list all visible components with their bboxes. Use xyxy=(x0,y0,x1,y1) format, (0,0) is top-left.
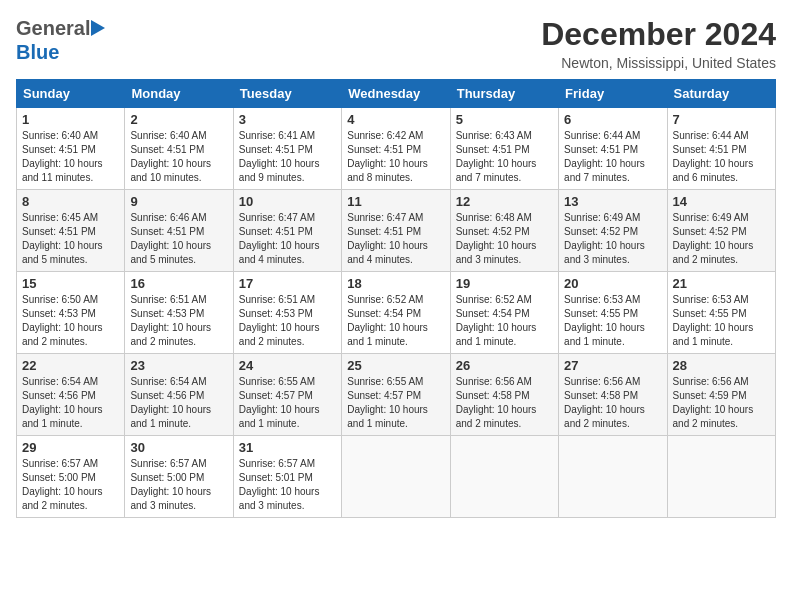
calendar-cell: 30Sunrise: 6:57 AM Sunset: 5:00 PM Dayli… xyxy=(125,436,233,518)
cell-info: Sunrise: 6:43 AM Sunset: 4:51 PM Dayligh… xyxy=(456,129,553,185)
cell-info: Sunrise: 6:57 AM Sunset: 5:01 PM Dayligh… xyxy=(239,457,336,513)
header-cell-sunday: Sunday xyxy=(17,80,125,108)
cell-info: Sunrise: 6:42 AM Sunset: 4:51 PM Dayligh… xyxy=(347,129,444,185)
calendar-cell xyxy=(450,436,558,518)
calendar-cell: 19Sunrise: 6:52 AM Sunset: 4:54 PM Dayli… xyxy=(450,272,558,354)
cell-info: Sunrise: 6:49 AM Sunset: 4:52 PM Dayligh… xyxy=(564,211,661,267)
cell-info: Sunrise: 6:53 AM Sunset: 4:55 PM Dayligh… xyxy=(673,293,770,349)
calendar-cell xyxy=(342,436,450,518)
cell-info: Sunrise: 6:56 AM Sunset: 4:58 PM Dayligh… xyxy=(564,375,661,431)
day-number: 26 xyxy=(456,358,553,373)
svg-marker-0 xyxy=(91,20,105,36)
cell-info: Sunrise: 6:52 AM Sunset: 4:54 PM Dayligh… xyxy=(456,293,553,349)
day-number: 18 xyxy=(347,276,444,291)
calendar-cell: 16Sunrise: 6:51 AM Sunset: 4:53 PM Dayli… xyxy=(125,272,233,354)
calendar-cell: 31Sunrise: 6:57 AM Sunset: 5:01 PM Dayli… xyxy=(233,436,341,518)
day-number: 17 xyxy=(239,276,336,291)
calendar-cell: 3Sunrise: 6:41 AM Sunset: 4:51 PM Daylig… xyxy=(233,108,341,190)
day-number: 2 xyxy=(130,112,227,127)
calendar-body: 1Sunrise: 6:40 AM Sunset: 4:51 PM Daylig… xyxy=(17,108,776,518)
cell-info: Sunrise: 6:56 AM Sunset: 4:58 PM Dayligh… xyxy=(456,375,553,431)
calendar-cell xyxy=(667,436,775,518)
cell-info: Sunrise: 6:48 AM Sunset: 4:52 PM Dayligh… xyxy=(456,211,553,267)
calendar-cell: 14Sunrise: 6:49 AM Sunset: 4:52 PM Dayli… xyxy=(667,190,775,272)
calendar-cell: 4Sunrise: 6:42 AM Sunset: 4:51 PM Daylig… xyxy=(342,108,450,190)
calendar-cell: 2Sunrise: 6:40 AM Sunset: 4:51 PM Daylig… xyxy=(125,108,233,190)
subtitle: Newton, Mississippi, United States xyxy=(541,55,776,71)
day-number: 27 xyxy=(564,358,661,373)
calendar-cell: 5Sunrise: 6:43 AM Sunset: 4:51 PM Daylig… xyxy=(450,108,558,190)
calendar-week-1: 1Sunrise: 6:40 AM Sunset: 4:51 PM Daylig… xyxy=(17,108,776,190)
cell-info: Sunrise: 6:51 AM Sunset: 4:53 PM Dayligh… xyxy=(239,293,336,349)
day-number: 7 xyxy=(673,112,770,127)
cell-info: Sunrise: 6:41 AM Sunset: 4:51 PM Dayligh… xyxy=(239,129,336,185)
day-number: 15 xyxy=(22,276,119,291)
day-number: 19 xyxy=(456,276,553,291)
header-cell-tuesday: Tuesday xyxy=(233,80,341,108)
calendar-cell: 26Sunrise: 6:56 AM Sunset: 4:58 PM Dayli… xyxy=(450,354,558,436)
day-number: 11 xyxy=(347,194,444,209)
calendar-table: SundayMondayTuesdayWednesdayThursdayFrid… xyxy=(16,79,776,518)
calendar-cell: 21Sunrise: 6:53 AM Sunset: 4:55 PM Dayli… xyxy=(667,272,775,354)
calendar-cell: 12Sunrise: 6:48 AM Sunset: 4:52 PM Dayli… xyxy=(450,190,558,272)
calendar-week-2: 8Sunrise: 6:45 AM Sunset: 4:51 PM Daylig… xyxy=(17,190,776,272)
cell-info: Sunrise: 6:56 AM Sunset: 4:59 PM Dayligh… xyxy=(673,375,770,431)
cell-info: Sunrise: 6:44 AM Sunset: 4:51 PM Dayligh… xyxy=(673,129,770,185)
cell-info: Sunrise: 6:47 AM Sunset: 4:51 PM Dayligh… xyxy=(239,211,336,267)
header-cell-wednesday: Wednesday xyxy=(342,80,450,108)
day-number: 4 xyxy=(347,112,444,127)
cell-info: Sunrise: 6:55 AM Sunset: 4:57 PM Dayligh… xyxy=(239,375,336,431)
day-number: 14 xyxy=(673,194,770,209)
calendar-cell: 7Sunrise: 6:44 AM Sunset: 4:51 PM Daylig… xyxy=(667,108,775,190)
cell-info: Sunrise: 6:54 AM Sunset: 4:56 PM Dayligh… xyxy=(130,375,227,431)
cell-info: Sunrise: 6:57 AM Sunset: 5:00 PM Dayligh… xyxy=(130,457,227,513)
day-number: 3 xyxy=(239,112,336,127)
calendar-cell: 23Sunrise: 6:54 AM Sunset: 4:56 PM Dayli… xyxy=(125,354,233,436)
header-cell-thursday: Thursday xyxy=(450,80,558,108)
calendar-cell: 28Sunrise: 6:56 AM Sunset: 4:59 PM Dayli… xyxy=(667,354,775,436)
cell-info: Sunrise: 6:54 AM Sunset: 4:56 PM Dayligh… xyxy=(22,375,119,431)
day-number: 20 xyxy=(564,276,661,291)
calendar-cell: 17Sunrise: 6:51 AM Sunset: 4:53 PM Dayli… xyxy=(233,272,341,354)
calendar-cell: 27Sunrise: 6:56 AM Sunset: 4:58 PM Dayli… xyxy=(559,354,667,436)
cell-info: Sunrise: 6:44 AM Sunset: 4:51 PM Dayligh… xyxy=(564,129,661,185)
cell-info: Sunrise: 6:45 AM Sunset: 4:51 PM Dayligh… xyxy=(22,211,119,267)
cell-info: Sunrise: 6:52 AM Sunset: 4:54 PM Dayligh… xyxy=(347,293,444,349)
day-number: 13 xyxy=(564,194,661,209)
calendar-cell: 8Sunrise: 6:45 AM Sunset: 4:51 PM Daylig… xyxy=(17,190,125,272)
calendar-cell: 1Sunrise: 6:40 AM Sunset: 4:51 PM Daylig… xyxy=(17,108,125,190)
calendar-cell: 29Sunrise: 6:57 AM Sunset: 5:00 PM Dayli… xyxy=(17,436,125,518)
cell-info: Sunrise: 6:40 AM Sunset: 4:51 PM Dayligh… xyxy=(22,129,119,185)
day-number: 8 xyxy=(22,194,119,209)
day-number: 16 xyxy=(130,276,227,291)
day-number: 28 xyxy=(673,358,770,373)
cell-info: Sunrise: 6:50 AM Sunset: 4:53 PM Dayligh… xyxy=(22,293,119,349)
header-row: SundayMondayTuesdayWednesdayThursdayFrid… xyxy=(17,80,776,108)
calendar-cell: 15Sunrise: 6:50 AM Sunset: 4:53 PM Dayli… xyxy=(17,272,125,354)
calendar-cell: 9Sunrise: 6:46 AM Sunset: 4:51 PM Daylig… xyxy=(125,190,233,272)
day-number: 12 xyxy=(456,194,553,209)
day-number: 5 xyxy=(456,112,553,127)
day-number: 21 xyxy=(673,276,770,291)
cell-info: Sunrise: 6:46 AM Sunset: 4:51 PM Dayligh… xyxy=(130,211,227,267)
calendar-cell: 11Sunrise: 6:47 AM Sunset: 4:51 PM Dayli… xyxy=(342,190,450,272)
day-number: 22 xyxy=(22,358,119,373)
day-number: 1 xyxy=(22,112,119,127)
cell-info: Sunrise: 6:49 AM Sunset: 4:52 PM Dayligh… xyxy=(673,211,770,267)
calendar-cell: 10Sunrise: 6:47 AM Sunset: 4:51 PM Dayli… xyxy=(233,190,341,272)
cell-info: Sunrise: 6:57 AM Sunset: 5:00 PM Dayligh… xyxy=(22,457,119,513)
cell-info: Sunrise: 6:47 AM Sunset: 4:51 PM Dayligh… xyxy=(347,211,444,267)
logo-arrow-icon xyxy=(91,18,107,38)
logo: General Blue xyxy=(16,16,107,64)
header-cell-friday: Friday xyxy=(559,80,667,108)
calendar-header: SundayMondayTuesdayWednesdayThursdayFrid… xyxy=(17,80,776,108)
day-number: 6 xyxy=(564,112,661,127)
calendar-cell: 13Sunrise: 6:49 AM Sunset: 4:52 PM Dayli… xyxy=(559,190,667,272)
day-number: 29 xyxy=(22,440,119,455)
day-number: 10 xyxy=(239,194,336,209)
logo-general-text: General xyxy=(16,16,90,40)
calendar-week-5: 29Sunrise: 6:57 AM Sunset: 5:00 PM Dayli… xyxy=(17,436,776,518)
cell-info: Sunrise: 6:51 AM Sunset: 4:53 PM Dayligh… xyxy=(130,293,227,349)
calendar-cell: 24Sunrise: 6:55 AM Sunset: 4:57 PM Dayli… xyxy=(233,354,341,436)
main-title: December 2024 xyxy=(541,16,776,53)
